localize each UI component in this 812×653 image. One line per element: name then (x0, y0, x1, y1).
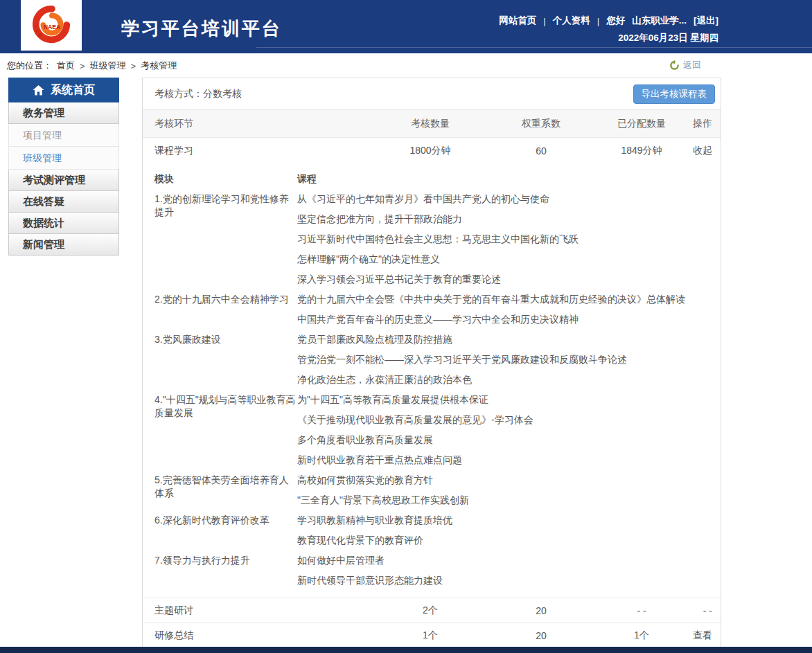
row-quantity: 2个 (371, 605, 489, 617)
module-row-1: 1.党的创新理论学习和党性修养提升从《习近平的七年知青岁月》看中国共产党人的初心… (143, 189, 721, 289)
sidebar-item-shuju-tongji[interactable]: 数据统计 (8, 213, 119, 234)
back-arrow-icon (669, 60, 680, 71)
course-item: "三全育人"背景下高校思政工作实践创新 (297, 490, 721, 510)
module-row-7: 7.领导力与执行力提升如何做好中层管理者新时代领导干部意识形态能力建设 (143, 551, 721, 591)
course-list: 高校如何贯彻落实党的教育方针"三全育人"背景下高校思政工作实践创新 (297, 470, 721, 510)
column-header-3: 权重系数 (489, 118, 593, 130)
footer-bar (0, 647, 812, 653)
module-name: 6.深化新时代教育评价改革 (143, 510, 297, 551)
course-item: 党员干部廉政风险点梳理及防控措施 (297, 330, 721, 350)
row-quantity: 1800分钟 (371, 145, 489, 157)
breadcrumb-item-2[interactable]: 班级管理 (90, 60, 126, 72)
username-text: 山东职业学... (632, 15, 687, 27)
breadcrumb-item-3[interactable]: 考核管理 (141, 60, 177, 72)
row-action[interactable]: 查看 (690, 629, 721, 642)
course-item: 高校如何贯彻落实党的教育方针 (297, 470, 721, 490)
nav-link-1[interactable]: 网站首页 (499, 15, 536, 27)
collapse-link[interactable]: 收起 (690, 145, 721, 157)
table-row-主题研讨: 主题研讨2个20- -- - (143, 598, 721, 623)
sidebar-item-jiaowu-guanli[interactable]: 教务管理 (8, 102, 119, 124)
module-name: 4."十四五"规划与高等职业教育高质量发展 (143, 390, 297, 470)
row-name: 研修总结 (143, 629, 371, 642)
breadcrumb-separator: > (131, 61, 136, 71)
detail-header-row: 模块 课程 (143, 169, 721, 189)
export-schedule-button[interactable]: 导出考核课程表 (633, 84, 716, 104)
sidebar-item-xinwen-guanli[interactable]: 新闻管理 (8, 234, 119, 256)
sidebar-home-label: 系统首页 (51, 83, 95, 98)
logo-swirl-icon: NAEA (28, 4, 74, 47)
header-date: 2022年06月23日 星期四 (499, 32, 718, 44)
course-item: 深入学习领会习近平总书记关于教育的重要论述 (297, 269, 721, 289)
course-item: 管党治党一刻不能松——深入学习习近平关于党风廉政建设和反腐败斗争论述 (297, 350, 721, 370)
back-link[interactable]: 返回 (669, 59, 701, 71)
main-panel: 考核方式： 分数考核 导出考核课程表 考核环节考核数量权重系数已分配数量操作 课… (142, 78, 721, 648)
sidebar: 系统首页 教务管理项目管理班级管理考试测评管理在线答疑数据统计新闻管理 (8, 78, 119, 256)
course-list: 学习职教新精神与职业教育提质培优教育现代化背景下的教育评价 (297, 510, 721, 551)
course-list: 从《习近平的七年知青岁月》看中国共产党人的初心与使命坚定信念把准方向，提升干部政… (297, 189, 721, 289)
module-name: 7.领导力与执行力提升 (143, 551, 297, 591)
module-name: 1.党的创新理论学习和党性修养提升 (143, 189, 297, 289)
app-logo: NAEA (21, 0, 82, 51)
course-item: 新时代领导干部意识形态能力建设 (297, 571, 721, 591)
breadcrumb-items: 首页>班级管理>考核管理 (57, 60, 177, 72)
course-item: 新时代职业教育若干重点热点难点问题 (297, 450, 721, 470)
course-list: 党员干部廉政风险点梳理及防控措施管党治党一刻不能松——深入学习习近平关于党风廉政… (297, 330, 721, 390)
row-weight: 60 (489, 145, 593, 156)
summary-rows: 主题研讨2个20- -- -研修总结1个201个查看 (143, 598, 721, 647)
row-assigned: 1个 (593, 629, 690, 642)
sidebar-item-zaixian-dayi[interactable]: 在线答疑 (8, 191, 119, 213)
sidebar-item-home[interactable]: 系统首页 (8, 78, 119, 102)
course-study-row: 课程学习 1800分钟 60 1849分钟 收起 (143, 138, 721, 164)
module-column-header: 模块 (143, 169, 297, 189)
module-row-6: 6.深化新时代教育评价改革学习职教新精神与职业教育提质培优教育现代化背景下的教育… (143, 510, 721, 551)
module-row-4: 4."十四五"规划与高等职业教育高质量发展为"十四五"高等教育高质量发展提供根本… (143, 390, 721, 470)
home-icon (33, 85, 44, 96)
table-row-研修总结: 研修总结1个201个查看 (143, 623, 721, 647)
column-header-5: 操作 (690, 118, 721, 130)
course-item: 从《习近平的七年知青岁月》看中国共产党人的初心与使命 (297, 189, 721, 209)
row-name: 主题研讨 (143, 605, 371, 617)
course-item: 如何做好中层管理者 (297, 551, 721, 571)
panel-toolbar: 考核方式： 分数考核 导出考核课程表 (143, 78, 721, 110)
logout-link[interactable]: [退出] (694, 15, 718, 27)
sidebar-item-kaoshi-ceping-guanli[interactable]: 考试测评管理 (8, 170, 119, 191)
module-name: 3.党风廉政建设 (143, 330, 297, 390)
course-item: 为"十四五"高等教育高质量发展提供根本保证 (297, 390, 721, 410)
row-assigned: - - (593, 605, 690, 616)
course-item: 怎样理解"两个确立"的决定性意义 (297, 249, 721, 269)
module-row-2: 2.党的十九届六中全会精神学习党的十九届六中全会暨《中共中央关于党的百年奋斗重大… (143, 289, 721, 330)
module-row-3: 3.党风廉政建设党员干部廉政风险点梳理及防控措施管党治党一刻不能松——深入学习习… (143, 330, 721, 390)
course-item: 党的十九届六中全会暨《中共中央关于党的百年奋斗重大成就和历史经验的决议》总体解读 (297, 289, 721, 310)
module-name: 2.党的十九届六中全会精神学习 (143, 289, 297, 330)
course-list: 为"十四五"高等教育高质量发展提供根本保证《关于推动现代职业教育高质量发展的意见… (297, 390, 721, 470)
greeting-text: 您好 (606, 15, 625, 27)
table-header-row: 考核环节考核数量权重系数已分配数量操作 (143, 110, 721, 138)
breadcrumb-bar: 您的位置： 首页>班级管理>考核管理 返回 (0, 53, 812, 78)
assess-mode-label: 考核方式： (155, 88, 203, 100)
course-list: 如何做好中层管理者新时代领导干部意识形态能力建设 (297, 551, 721, 591)
breadcrumb-item-1[interactable]: 首页 (57, 60, 75, 72)
nav-separator: | (597, 16, 600, 26)
course-item: 教育现代化背景下的教育评价 (297, 530, 721, 551)
logo-text: NAEA (44, 23, 61, 30)
module-rows: 1.党的创新理论学习和党性修养提升从《习近平的七年知青岁月》看中国共产党人的初心… (143, 189, 721, 591)
column-header-1: 考核环节 (143, 118, 371, 130)
header-nav: 网站首页|个人资料|您好山东职业学...[退出] (499, 15, 718, 27)
course-item: 学习职教新精神与职业教育提质培优 (297, 510, 721, 530)
sidebar-item-xiangmu-guanli[interactable]: 项目管理 (8, 124, 119, 147)
course-item: 中国共产党百年奋斗的历史意义——学习六中全会和历史决议精神 (297, 310, 721, 330)
nav-link-2[interactable]: 个人资料 (553, 15, 590, 27)
sidebar-menu: 教务管理项目管理班级管理考试测评管理在线答疑数据统计新闻管理 (8, 102, 119, 256)
back-label: 返回 (683, 59, 701, 71)
header-top-nav: 网站首页|个人资料|您好山东职业学...[退出] 2022年06月23日 星期四 (499, 15, 718, 44)
course-item: 《关于推动现代职业教育高质量发展的意见》-学习体会 (297, 410, 721, 430)
column-header-4: 已分配数量 (593, 118, 690, 130)
module-row-5: 5.完善德智体美劳全面培养育人体系高校如何贯彻落实党的教育方针"三全育人"背景下… (143, 470, 721, 510)
row-weight: 20 (489, 605, 593, 616)
course-item: 习近平新时代中国特色社会主义思想：马克思主义中国化新的飞跃 (297, 229, 721, 249)
breadcrumb-separator: > (80, 61, 85, 71)
breadcrumb-label: 您的位置： (7, 60, 52, 72)
sidebar-item-banji-guanli[interactable]: 班级管理 (8, 147, 119, 170)
row-action: - - (690, 605, 721, 616)
row-assigned: 1849分钟 (593, 145, 690, 157)
